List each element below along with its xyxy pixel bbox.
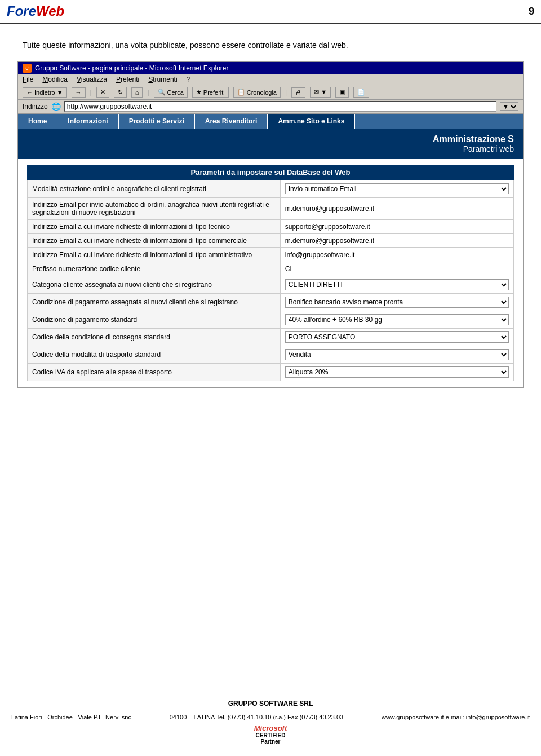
tab-informazioni[interactable]: Informazioni [57, 114, 118, 129]
select-11[interactable]: Vendita [285, 349, 509, 360]
param-value-1[interactable]: Invio automatico Email [280, 180, 513, 198]
tab-home[interactable]: Home [18, 114, 57, 129]
table-row: Indirizzo Email a cui inviare richieste … [28, 234, 514, 248]
logo-fore: Fore [7, 3, 36, 19]
main-panel: Parametri da impostare sul DataBase del … [18, 159, 523, 387]
menu-visualizza[interactable]: Visualizza [77, 76, 107, 83]
menu-strumenti[interactable]: Strumenti [148, 76, 177, 83]
text-3: supporto@grupposoftware.it [285, 223, 370, 231]
address-label: Indirizzo [23, 103, 48, 110]
param-label-10: Codice della condizione di consegna stan… [28, 329, 281, 346]
table-row: Condizione di pagamento standard 40% all… [28, 311, 514, 329]
ms-cert: Microsoft CERTIFIED Partner [254, 724, 287, 745]
home-button[interactable]: ⌂ [131, 87, 143, 98]
footer-left: Latina Fiori - Orchidee - Viale P.L. Ner… [11, 714, 131, 720]
param-value-12[interactable]: Aliquota 20% [280, 364, 513, 381]
page-footer: GRUPPO SOFTWARE SRL Latina Fiori - Orchi… [0, 700, 541, 745]
footer-details: Latina Fiori - Orchidee - Viale P.L. Ner… [0, 710, 541, 720]
ms-word: Microsoft [254, 724, 287, 732]
param-label-9: Condizione di pagamento standard [28, 311, 281, 329]
menu-file[interactable]: File [23, 76, 33, 83]
table-row: Codice della condizione di consegna stan… [28, 329, 514, 346]
parameters-table: Modalità estrazione ordini e anagrafiche… [27, 180, 514, 381]
history-button[interactable]: 📋 Cronologia [233, 87, 281, 98]
back-button[interactable]: ← Indietro ▼ [23, 87, 67, 98]
text-2: m.demuro@grupposoftware.it [285, 205, 374, 213]
param-value-9[interactable]: 40% all'ordine + 60% RB 30 gg [280, 311, 513, 329]
extra-button2[interactable]: 📄 [353, 87, 369, 98]
address-dropdown[interactable]: ▼ [500, 102, 518, 111]
ie-icon: e [23, 64, 32, 73]
section-header: Parametri da impostare sul DataBase del … [27, 165, 514, 180]
ms-certified: CERTIFIED [254, 732, 287, 739]
intro-text: Tutte queste informazioni, una volta pub… [0, 24, 541, 61]
admin-title: Amministrazione S [27, 134, 514, 144]
param-label-7: Categoria cliente assegnata ai nuovi cli… [28, 276, 281, 294]
table-row: Codice IVA da applicare alle spese di tr… [28, 364, 514, 381]
table-row: Indirizzo Email a cui inviare richieste … [28, 220, 514, 234]
toolbar-separator-1: | [90, 89, 92, 96]
text-5: info@grupposoftware.it [285, 251, 355, 259]
param-label-2: Indirizzo Email per invio automatico di … [28, 198, 281, 220]
param-label-3: Indirizzo Email a cui inviare richieste … [28, 220, 281, 234]
toolbar-separator-3: | [285, 89, 287, 96]
tab-rivenditori[interactable]: Area Rivenditori [195, 114, 268, 129]
select-1[interactable]: Invio automatico Email [285, 183, 509, 194]
print-button[interactable]: 🖨 [291, 87, 305, 98]
tab-amm[interactable]: Amm.ne Sito e Links [268, 114, 355, 129]
top-bar: ForeWeb 9 [0, 0, 541, 24]
param-value-7[interactable]: CLIENTI DIRETTI [280, 276, 513, 294]
table-row: Prefisso numerazione codice cliente CL [28, 262, 514, 276]
table-row: Categoria cliente assegnata ai nuovi cli… [28, 276, 514, 294]
tab-prodotti[interactable]: Prodotti e Servizi [119, 114, 195, 129]
select-9[interactable]: 40% all'ordine + 60% RB 30 gg [285, 314, 509, 325]
address-input[interactable] [64, 101, 496, 112]
menu-help[interactable]: ? [187, 76, 190, 83]
param-value-2: m.demuro@grupposoftware.it [280, 198, 513, 220]
favorites-button[interactable]: ★ Preferiti [192, 87, 229, 98]
browser-toolbar: ← Indietro ▼ → | ✕ ↻ ⌂ | 🔍 Cerca ★ Prefe… [18, 85, 523, 100]
param-label-5: Indirizzo Email a cui inviare richieste … [28, 248, 281, 262]
forward-button[interactable]: → [72, 87, 86, 98]
ms-partner: Partner [254, 739, 287, 745]
param-label-8: Condizione di pagamento assegnata ai nuo… [28, 294, 281, 311]
admin-header: Amministrazione S Parametri web [18, 129, 523, 159]
refresh-button[interactable]: ↻ [114, 87, 127, 98]
param-value-8[interactable]: Bonifico bancario avviso merce pronta [280, 294, 513, 311]
param-value-4: m.demuro@grupposoftware.it [280, 234, 513, 248]
select-7[interactable]: CLIENTI DIRETTI [285, 279, 509, 290]
param-label-4: Indirizzo Email a cui inviare richieste … [28, 234, 281, 248]
mail-button[interactable]: ✉ ▼ [310, 87, 331, 98]
footer-center-left: 04100 – LATINA Tel. (0773) 41.10.10 (r.a… [170, 714, 343, 720]
admin-subtitle: Parametri web [27, 144, 514, 153]
ms-logo: Microsoft CERTIFIED Partner [0, 724, 541, 745]
menu-modifica[interactable]: Modifica [42, 76, 68, 83]
param-label-1: Modalità estrazione ordini e anagrafiche… [28, 180, 281, 198]
browser-menubar[interactable]: File Modifica Visualizza Preferiti Strum… [18, 74, 523, 85]
search-button[interactable]: 🔍 Cerca [154, 87, 188, 98]
select-12[interactable]: Aliquota 20% [285, 366, 509, 378]
menu-preferiti[interactable]: Preferiti [116, 76, 139, 83]
param-value-10[interactable]: PORTO ASSEGNATO [280, 329, 513, 346]
logo-web: Web [36, 3, 64, 19]
text-6: CL [285, 265, 294, 273]
page-number: 9 [529, 6, 534, 17]
table-row: Condizione di pagamento assegnata ai nuo… [28, 294, 514, 311]
table-row: Modalità estrazione ordini e anagrafiche… [28, 180, 514, 198]
param-label-12: Codice IVA da applicare alle spese di tr… [28, 364, 281, 381]
select-10[interactable]: PORTO ASSEGNATO [285, 331, 509, 343]
browser-titlebar: e Gruppo Software - pagina principale - … [18, 62, 523, 74]
param-label-6: Prefisso numerazione codice cliente [28, 262, 281, 276]
select-8[interactable]: Bonifico bancario avviso merce pronta [285, 297, 509, 308]
text-4: m.demuro@grupposoftware.it [285, 237, 374, 245]
table-row: Indirizzo Email a cui inviare richieste … [28, 248, 514, 262]
browser-window: e Gruppo Software - pagina principale - … [17, 61, 524, 388]
stop-button[interactable]: ✕ [96, 87, 109, 98]
extra-button1[interactable]: ▣ [335, 87, 349, 98]
logo: ForeWeb [7, 3, 64, 19]
param-value-11[interactable]: Vendita [280, 346, 513, 364]
nav-tabs: Home Informazioni Prodotti e Servizi Are… [18, 114, 523, 129]
browser-addressbar: Indirizzo 🌐 ▼ [18, 100, 523, 114]
table-row: Codice della modalità di trasporto stand… [28, 346, 514, 364]
footer-center-right: www.grupposoftware.it e-mail: info@grupp… [382, 714, 530, 720]
